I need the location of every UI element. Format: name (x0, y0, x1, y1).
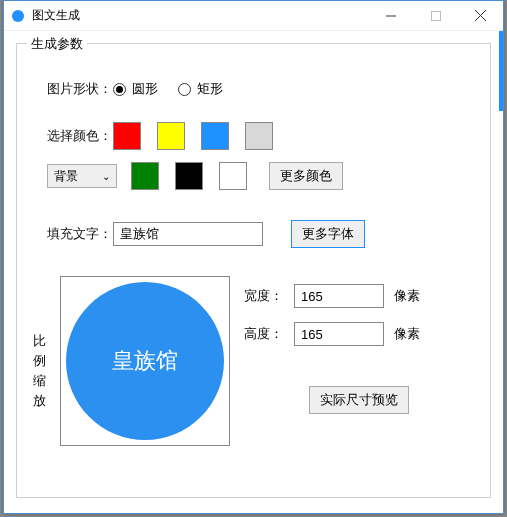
shape-radio-group: 圆形 矩形 (113, 80, 223, 98)
minimize-icon (386, 11, 396, 21)
shape-row: 图片形状： 圆形 矩形 (33, 80, 474, 98)
color-swatches-1 (113, 122, 273, 150)
swatch-yellow[interactable] (157, 122, 185, 150)
color-label: 选择颜色： (33, 127, 113, 145)
background-dropdown[interactable]: 背景 ⌄ (47, 164, 117, 188)
height-label: 高度： (244, 325, 284, 343)
shape-label: 图片形状： (33, 80, 113, 98)
bottom-area: 比 例 缩 放 皇族馆 宽度： 像素 (33, 276, 474, 446)
width-label: 宽度： (244, 287, 284, 305)
titlebar: 图文生成 (4, 1, 503, 31)
text-label: 填充文字： (33, 225, 113, 243)
right-accent (499, 31, 503, 111)
swatch-red[interactable] (113, 122, 141, 150)
window-title: 图文生成 (32, 7, 368, 24)
preview-text: 皇族馆 (112, 346, 178, 376)
height-row: 高度： 像素 (244, 322, 474, 346)
swatch-blue[interactable] (201, 122, 229, 150)
height-unit: 像素 (394, 325, 420, 343)
dimensions-area: 宽度： 像素 高度： 像素 实际尺寸预览 (244, 276, 474, 446)
color-row-1: 选择颜色： (33, 122, 474, 150)
dropdown-label: 背景 (54, 168, 78, 185)
color-row-2: 背景 ⌄ 更多颜色 (33, 162, 474, 190)
maximize-icon (431, 11, 441, 21)
minimize-button[interactable] (368, 1, 413, 30)
swatch-gray[interactable] (245, 122, 273, 150)
preview-box: 皇族馆 (60, 276, 230, 446)
app-icon (12, 10, 24, 22)
scale-char-3: 放 (33, 392, 46, 410)
swatch-black[interactable] (175, 162, 203, 190)
height-input[interactable] (294, 322, 384, 346)
more-colors-button[interactable]: 更多颜色 (269, 162, 343, 190)
preview-circle: 皇族馆 (66, 282, 224, 440)
close-icon (475, 10, 486, 21)
chevron-down-icon: ⌄ (102, 171, 110, 182)
fill-text-input[interactable] (113, 222, 263, 246)
app-window: 图文生成 生成参数 图片形状： 圆形 (3, 0, 504, 514)
radio-circle-indicator (113, 83, 126, 96)
radio-circle-label: 圆形 (132, 80, 158, 98)
radio-rect-indicator (178, 83, 191, 96)
more-fonts-button[interactable]: 更多字体 (291, 220, 365, 248)
actual-size-preview-button[interactable]: 实际尺寸预览 (309, 386, 409, 414)
radio-circle[interactable]: 圆形 (113, 80, 158, 98)
svg-rect-1 (431, 11, 440, 20)
close-button[interactable] (458, 1, 503, 30)
maximize-button[interactable] (413, 1, 458, 30)
scale-char-2: 缩 (33, 372, 46, 390)
groupbox-title: 生成参数 (27, 35, 87, 53)
client-area: 生成参数 图片形状： 圆形 矩形 选择颜色： (4, 31, 503, 513)
width-input[interactable] (294, 284, 384, 308)
scale-label: 比 例 缩 放 (33, 276, 46, 446)
radio-rect[interactable]: 矩形 (178, 80, 223, 98)
width-unit: 像素 (394, 287, 420, 305)
swatch-white[interactable] (219, 162, 247, 190)
scale-char-0: 比 (33, 332, 46, 350)
scale-char-1: 例 (33, 352, 46, 370)
text-row: 填充文字： 更多字体 (33, 220, 474, 248)
radio-rect-label: 矩形 (197, 80, 223, 98)
actual-preview-row: 实际尺寸预览 (244, 386, 474, 414)
swatch-green[interactable] (131, 162, 159, 190)
color-swatches-2 (131, 162, 247, 190)
window-controls (368, 1, 503, 30)
params-groupbox: 生成参数 图片形状： 圆形 矩形 选择颜色： (16, 43, 491, 498)
width-row: 宽度： 像素 (244, 284, 474, 308)
